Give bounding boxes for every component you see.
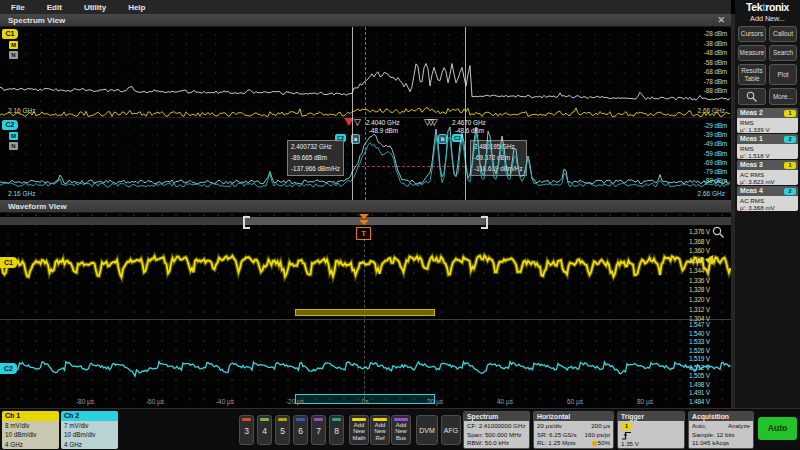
ch1-badge[interactable]: Ch 1 8 mV/div 10 dBm/div 4 GHz	[2, 411, 59, 449]
measure-button[interactable]: Measure	[738, 45, 766, 61]
channel-color-stripe	[296, 418, 305, 421]
ch1-scale-label: 1.352 V	[689, 257, 710, 264]
channel-6-button[interactable]: 6	[293, 415, 308, 445]
ch2-badge[interactable]: Ch 2 7 mV/div 10 dBm/div 4 GHz	[61, 411, 118, 449]
more--button[interactable]: More...	[769, 88, 797, 105]
channel-color-stripe	[242, 418, 251, 421]
spectrum-view-title: Spectrum View	[8, 16, 65, 25]
measurement-type: AC RMS	[740, 171, 798, 178]
time-axis-label: -60 µs	[146, 398, 164, 405]
waveform-graticule: T C1 C2 1.376 V1.368 V1.360 V1.352 V1.34…	[0, 213, 731, 408]
channel-8-button[interactable]: 8	[329, 415, 344, 445]
ch2-scale-label: 1.512 V	[689, 364, 710, 371]
channel-color-stripe	[332, 418, 341, 421]
waveform-view-panel: Waveform View T C1 C2 1.376 V1.368 V1.36…	[0, 200, 731, 408]
add-button-stripe	[394, 418, 408, 421]
measurement-source-badge: 2	[784, 136, 796, 143]
acquisition-settings-title: Acquisition	[689, 412, 753, 421]
ch2-badge-title: Ch 2	[61, 411, 118, 421]
right-sidebar: Tektronix Add New... CursorsCalloutMeasu…	[735, 0, 800, 408]
menu-bar: FileEditUtilityHelp	[0, 0, 731, 15]
ch2-scale-label: 1.540 V	[689, 330, 710, 337]
ch2-scale-label: 1.491 V	[689, 389, 710, 396]
ch1-scale-label: 1.320 V	[689, 296, 710, 303]
measurement-source-badge: 1	[784, 162, 796, 169]
time-axis-label: 20 µs	[427, 398, 443, 405]
channel-3-button[interactable]: 3	[239, 415, 254, 445]
dvm-button[interactable]: DVM	[416, 415, 438, 445]
trigger-settings-badge[interactable]: Trigger 1 1.35 V Noise Reject	[617, 411, 685, 449]
ch1-scale-label: 1.336 V	[689, 277, 710, 284]
measurement-name: Meas 1	[740, 134, 763, 144]
callout-button[interactable]: Callout	[769, 26, 797, 42]
measurement-badge-meas-1[interactable]: Meas 12RMSµ': 1.518 V	[737, 134, 798, 159]
menu-item-file[interactable]: File	[0, 3, 36, 12]
auto-run-button[interactable]: Auto	[758, 417, 797, 440]
afg-button[interactable]: AFG	[441, 415, 461, 445]
measurement-body: RMSµ': 1.518 V	[737, 144, 798, 159]
add-button-stripe	[352, 418, 366, 421]
channel-button-label: 6	[294, 416, 307, 446]
ch2-scale-label: 1.519 V	[689, 355, 710, 362]
ch1-waveform-handle[interactable]: C1	[0, 257, 17, 268]
spectrum-view-titlebar[interactable]: Spectrum View ✕	[0, 14, 731, 27]
measurement-name: Meas 4	[740, 186, 763, 196]
measurement-body: RMSµ': 1.339 V	[737, 118, 798, 133]
time-axis-label: 40 µs	[497, 398, 513, 405]
channel-5-button[interactable]: 5	[275, 415, 290, 445]
zoom-icon[interactable]	[712, 226, 725, 239]
spectrum-view-panel: Spectrum View ✕ C1 M N 2.16 GHz 2.66 GHz…	[0, 14, 731, 200]
time-axis-label: -20 µs	[286, 398, 304, 405]
measurement-body: AC RMSµ': 3.368 mV	[737, 196, 798, 211]
plot-button[interactable]: Plot	[769, 64, 797, 85]
time-axis-label: -80 µs	[76, 398, 94, 405]
add-new-math-button[interactable]: AddNewMath	[349, 415, 369, 445]
measurement-badge-meas-2[interactable]: Meas 21RMSµ': 1.339 V	[737, 108, 798, 133]
add-new-bus-button[interactable]: AddNewBus	[391, 415, 411, 445]
close-icon[interactable]: ✕	[717, 14, 725, 27]
measurement-header: Meas 31	[737, 160, 798, 170]
measurement-badge-meas-4[interactable]: Meas 42AC RMSµ': 3.368 mV	[737, 186, 798, 211]
ch1-scale-label: 1.344 V	[689, 267, 710, 274]
ch2-waveform-handle[interactable]: C2	[0, 363, 17, 374]
expansion-point-icon	[592, 441, 597, 446]
measurement-type: RMS	[740, 119, 798, 126]
time-axis-label: 80 µs	[637, 398, 653, 405]
horizontal-settings-badge[interactable]: Horizontal 20 µs/div200 µs SR: 6.25 GS/s…	[533, 411, 614, 449]
acquisition-settings-badge[interactable]: Acquisition Auto,Analyze Sample: 12 bits…	[688, 411, 754, 449]
add-new-ref-button[interactable]: AddNewRef	[370, 415, 390, 445]
ch2-scale-label: 1.526 V	[689, 347, 710, 354]
cursor-a-line[interactable]	[352, 27, 353, 200]
channel-7-button[interactable]: 7	[311, 415, 326, 445]
ch1-scale-label: 1.376 V	[689, 228, 710, 235]
waveform-view-title: Waveform View	[8, 202, 67, 211]
measurement-header: Meas 21	[737, 108, 798, 118]
measurement-source-badge: 2	[784, 188, 796, 195]
settings-bar: Ch 1 8 mV/div 10 dBm/div 4 GHz Ch 2 7 mV…	[0, 408, 800, 450]
cursors-button[interactable]: Cursors	[738, 26, 766, 42]
channel-button-label: 7	[312, 416, 325, 446]
measurement-header: Meas 42	[737, 186, 798, 196]
channel-button-label: 5	[276, 416, 289, 446]
ch1-scale-label: 1.360 V	[689, 247, 710, 254]
time-axis-label: -40 µs	[216, 398, 234, 405]
measurement-value: µ': 3.368 mV	[740, 204, 798, 211]
measurement-badge-meas-3[interactable]: Meas 31AC RMSµ': 3.823 mV	[737, 160, 798, 185]
spectrum-settings-badge[interactable]: Spectrum CF: 2.41000000 GHz Span: 500.00…	[463, 411, 530, 449]
ch2-scale-label: 1.484 V	[689, 398, 710, 405]
menu-item-utility[interactable]: Utility	[73, 3, 117, 12]
cursor-b-line[interactable]	[465, 27, 466, 200]
channel-color-stripe	[260, 418, 269, 421]
zoom-box-button[interactable]	[738, 88, 766, 105]
ch1-scale-label: 1.328 V	[689, 286, 710, 293]
trigger-source-badge: 1	[621, 423, 632, 430]
search-button[interactable]: Search	[769, 45, 797, 61]
results-table-button[interactable]: Results Table	[738, 64, 766, 85]
channel-4-button[interactable]: 4	[257, 415, 272, 445]
waveform-traces	[0, 213, 731, 408]
menu-item-edit[interactable]: Edit	[36, 3, 73, 12]
channel-button-label: 3	[240, 416, 253, 446]
add-new-menu[interactable]: Add New...	[735, 14, 800, 23]
waveform-view-titlebar[interactable]: Waveform View	[0, 200, 731, 213]
menu-item-help[interactable]: Help	[117, 3, 156, 12]
